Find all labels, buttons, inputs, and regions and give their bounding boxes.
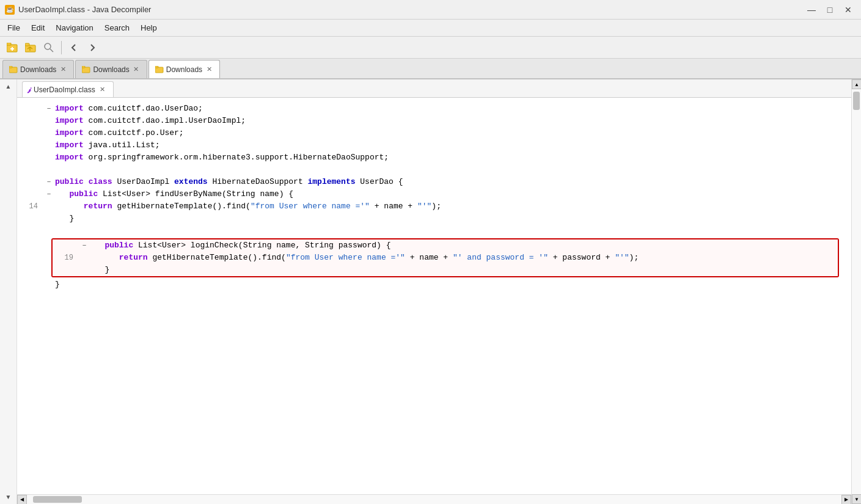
editor-container: ▲ ▼ 𝒿 UserDaoImpl.class ✕ − import com.c…: [0, 79, 861, 504]
maximize-button[interactable]: □: [822, 3, 838, 16]
file-icon: 𝒿: [29, 86, 31, 93]
h-scroll-thumb[interactable]: [33, 496, 82, 503]
code-line-blank2: [17, 225, 851, 237]
menu-search[interactable]: Search: [100, 21, 134, 34]
file-tab-userdaoimpl[interactable]: 𝒿 UserDaoImpl.class ✕: [22, 81, 114, 97]
bottom-scrollbar: ◀ ▶: [17, 494, 851, 504]
code-line-class: − public class UserDaoImpl extends Hiber…: [17, 176, 851, 188]
v-scroll-up[interactable]: ▲: [852, 79, 861, 89]
open-button[interactable]: [22, 39, 39, 56]
app-icon: ☕: [5, 5, 15, 15]
code-class-close: }: [54, 279, 849, 291]
tab-close-1[interactable]: ✕: [59, 65, 67, 74]
code-blank2: [54, 225, 849, 237]
code-method2-sig: public List<User> loginCheck(String name…: [89, 239, 835, 252]
tab-close-3[interactable]: ✕: [205, 65, 213, 74]
editor-main: 𝒿 UserDaoImpl.class ✕ − import com.cuitc…: [17, 79, 851, 504]
tab-downloads-2[interactable]: Downloads ✕: [75, 60, 147, 78]
folder-icon-2: [82, 66, 90, 73]
expand-import[interactable]: −: [44, 103, 54, 115]
highlighted-method2-block: − public List<User> loginCheck(String na…: [51, 238, 839, 277]
code-method2-close: }: [89, 264, 835, 276]
code-import2: import com.cuitctf.dao.impl.UserDaoImpl;: [54, 115, 849, 127]
code-line-method1-close: }: [17, 213, 851, 225]
svg-rect-14: [155, 66, 158, 68]
code-line-import2: import com.cuitctf.dao.impl.UserDaoImpl;: [17, 115, 851, 127]
v-scroll-track[interactable]: [852, 89, 861, 494]
tab-downloads-1[interactable]: Downloads ✕: [2, 60, 74, 78]
svg-rect-5: [25, 43, 29, 46]
code-line-method2-sig: − public List<User> loginCheck(String na…: [53, 239, 838, 252]
back-button[interactable]: [65, 39, 82, 56]
file-tab-label: UserDaoImpl.class: [34, 86, 95, 94]
expand-class[interactable]: −: [44, 176, 54, 188]
code-line-method1-body: 14 return getHibernateTemplate().find("f…: [17, 200, 851, 213]
menu-bar: File Edit Navigation Search Help: [0, 20, 861, 37]
tab-label-1: Downloads: [20, 65, 56, 74]
code-line-blank: [17, 164, 851, 176]
title-bar: ☕ UserDaoImpl.class - Java Decompiler — …: [0, 0, 861, 20]
svg-rect-10: [9, 66, 12, 68]
code-line-method2-body: 19 return getHibernateTemplate().find("f…: [53, 252, 838, 264]
title-bar-left: ☕ UserDaoImpl.class - Java Decompiler: [5, 5, 151, 15]
tab-label-3: Downloads: [166, 65, 202, 74]
code-import1: import com.cuitctf.dao.UserDao;: [54, 103, 849, 115]
left-gutter: ▲ ▼: [0, 79, 17, 504]
toolbar: [0, 37, 861, 59]
menu-navigation[interactable]: Navigation: [51, 21, 98, 34]
code-import5: import org.springframework.orm.hibernate…: [54, 152, 849, 164]
code-method1-close: }: [54, 213, 849, 225]
code-method1-sig: public List<User> findUserByName(String …: [54, 188, 849, 200]
code-line-method1-sig: − public List<User> findUserByName(Strin…: [17, 188, 851, 200]
tabs-bar: Downloads ✕ Downloads ✕ Downloads ✕: [0, 59, 861, 79]
code-line-method2-close: }: [53, 264, 838, 276]
file-tabs-bar: 𝒿 UserDaoImpl.class ✕: [17, 79, 851, 98]
code-line-import4: import java.util.List;: [17, 139, 851, 152]
right-scrollbar: ▲ ▼: [851, 79, 861, 504]
new-folder-button[interactable]: [4, 39, 21, 56]
code-area[interactable]: − import com.cuitctf.dao.UserDao; import…: [17, 98, 851, 494]
minimize-button[interactable]: —: [804, 3, 819, 16]
svg-line-8: [50, 49, 53, 52]
tab-downloads-3[interactable]: Downloads ✕: [148, 60, 220, 78]
tab-close-2[interactable]: ✕: [132, 65, 141, 74]
toolbar-separator: [61, 41, 62, 54]
tab-label-2: Downloads: [93, 65, 129, 74]
expand-method2[interactable]: −: [79, 239, 89, 252]
folder-icon-3: [155, 66, 164, 73]
svg-point-7: [45, 43, 51, 49]
code-blank: [54, 164, 849, 176]
title-bar-controls: — □ ✕: [804, 3, 856, 16]
folder-icon: [9, 66, 18, 73]
code-method1-body: return getHibernateTemplate().find("from…: [54, 200, 849, 213]
forward-button[interactable]: [84, 39, 101, 56]
code-line-import1: − import com.cuitctf.dao.UserDao;: [17, 103, 851, 115]
h-scroll-track[interactable]: [27, 495, 841, 504]
code-line-import5: import org.springframework.orm.hibernate…: [17, 152, 851, 164]
code-method2-body: return getHibernateTemplate().find("from…: [89, 252, 835, 264]
menu-file[interactable]: File: [2, 21, 25, 34]
code-line-import3: import com.cuitctf.po.User;: [17, 127, 851, 139]
svg-rect-1: [7, 43, 11, 45]
line-num-14: 14: [20, 200, 44, 213]
code-class-decl: public class UserDaoImpl extends Hiberna…: [54, 176, 849, 188]
gutter-up-arrow[interactable]: ▲: [4, 82, 13, 91]
expand-method1[interactable]: −: [44, 188, 54, 200]
v-scroll-down[interactable]: ▼: [852, 494, 861, 504]
code-import4: import java.util.List;: [54, 139, 849, 152]
menu-help[interactable]: Help: [136, 21, 162, 34]
window-title: UserDaoImpl.class - Java Decompiler: [18, 5, 151, 14]
code-line-class-close: }: [17, 279, 851, 291]
svg-rect-12: [82, 66, 85, 68]
file-tab-close[interactable]: ✕: [98, 86, 107, 94]
h-scroll-right[interactable]: ▶: [841, 495, 851, 505]
search-button[interactable]: [40, 39, 57, 56]
gutter-down-arrow[interactable]: ▼: [4, 492, 13, 502]
code-import3: import com.cuitctf.po.User;: [54, 127, 849, 139]
line-num-19: 19: [55, 252, 79, 264]
h-scroll-left[interactable]: ◀: [17, 495, 27, 505]
close-button[interactable]: ✕: [840, 3, 856, 16]
v-scroll-thumb[interactable]: [853, 92, 860, 110]
menu-edit[interactable]: Edit: [26, 21, 49, 34]
